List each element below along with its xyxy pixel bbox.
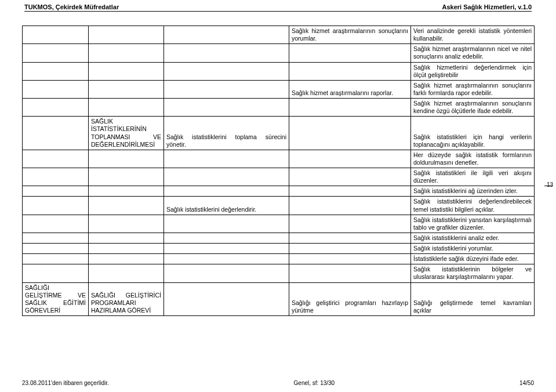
cell [23, 80, 89, 98]
cell [164, 44, 289, 62]
cell: Sağlığı geliştirici programları hazırlay… [289, 282, 411, 316]
cell [89, 186, 164, 197]
cell [23, 197, 89, 215]
cell [289, 117, 411, 150]
cell: Sağlık istatistikleri için hangi veriler… [411, 117, 535, 150]
cell [23, 150, 89, 168]
table-row: Sağlık hizmet araştırmalarını raporlar. … [23, 80, 535, 98]
table-row: Sağlık hizmet araştırmalarının sonuçları… [23, 26, 535, 44]
cell [164, 80, 289, 98]
cell: Veri analizinde gerekli istatistik yönte… [411, 26, 535, 44]
header-right: Askeri Sağlık Hizmetleri, v.1.0 [442, 3, 532, 10]
cell [23, 254, 89, 264]
cell [23, 26, 89, 44]
cell: Sağlık istatistikleri ile ilgili veri ak… [411, 168, 535, 186]
cell [23, 117, 89, 150]
cell: Sağlık istatistiklerini değerlendirebile… [411, 197, 535, 215]
table-row: Her düzeyde sağlık istatistik formlarını… [23, 150, 535, 168]
cell [89, 99, 164, 117]
cell [164, 150, 289, 168]
cell [164, 168, 289, 186]
cell [23, 233, 89, 243]
cell [164, 254, 289, 264]
cell [23, 244, 89, 254]
cell [23, 215, 89, 233]
table-row: İstatistiklerle sağlık düzeyini ifade ed… [23, 254, 535, 264]
table-row: SAĞLIĞI GELİŞTİRME VE SAĞLIK EĞİTİMİ GÖR… [23, 282, 535, 316]
table-row: Sağlık istatistiklerini yorumlar. [23, 244, 535, 254]
table-row: Sağlık hizmet araştırmalarının sonuçları… [23, 99, 535, 117]
header-rule [24, 11, 532, 12]
cell [289, 186, 411, 197]
cell [89, 264, 164, 282]
cell: Sağlığı geliştirmede temel kavramları aç… [411, 282, 535, 316]
cell [23, 62, 89, 80]
cell: İstatistiklerle sağlık düzeyini ifade ed… [411, 254, 535, 264]
cell [89, 168, 164, 186]
table-row: Sağlık istatistiklerini ağ üzerinden izl… [23, 186, 535, 197]
cell [164, 99, 289, 117]
cell [164, 26, 289, 44]
table-row: Sağlık hizmet araştırmalarının nicel ve … [23, 44, 535, 62]
cell: Sağlık istatistiklerini toplama sürecini… [164, 117, 289, 150]
cell: Sağlık istatistiklerini değerlendirir. [164, 197, 289, 215]
table-row: Sağlık hizmetlerini değerlendirmek için … [23, 62, 535, 80]
cell [289, 99, 411, 117]
table-row: Sağlık istatistiklerinin bölgeler ve ulu… [23, 264, 535, 282]
cell [289, 264, 411, 282]
cell [164, 282, 289, 316]
cell: Sağlık istatistiklerini yansıtan karşıla… [411, 215, 535, 233]
cell: Sağlık hizmet araştırmalarının sonuçları… [411, 80, 535, 98]
cell [289, 233, 411, 243]
cell [289, 215, 411, 233]
table-row: Sağlık istatistiklerini yansıtan karşıla… [23, 215, 535, 233]
cell: Her düzeyde sağlık istatistik formlarını… [411, 150, 535, 168]
table-row: SAĞLIK İSTATİSTİKLERİNİN TOPLANMASI VE D… [23, 117, 535, 150]
cell [89, 215, 164, 233]
cell: SAĞLIĞI GELİŞTİRME VE SAĞLIK EĞİTİMİ GÖR… [23, 282, 89, 316]
cell [289, 150, 411, 168]
cell [89, 80, 164, 98]
table-row: Sağlık istatistiklerini analiz eder. [23, 233, 535, 243]
footer-left: 23.08.2011'den itibaren geçerlidir. [22, 380, 109, 386]
cell [164, 233, 289, 243]
cell: Sağlık istatistiklerinin bölgeler ve ulu… [411, 264, 535, 282]
cell [289, 244, 411, 254]
cell [89, 44, 164, 62]
footer-center: Genel, sf: 13/30 [294, 380, 335, 386]
cell [164, 186, 289, 197]
cell: Sağlık istatistiklerini yorumlar. [411, 244, 535, 254]
cell [89, 244, 164, 254]
cell: Sağlık hizmet araştırmalarının sonuçları… [411, 99, 535, 117]
cell: SAĞLIĞI GELİŞTİRİCİ PROGRAMLARI HAZIRLAM… [89, 282, 164, 316]
cell [23, 168, 89, 186]
cell: SAĞLIK İSTATİSTİKLERİNİN TOPLANMASI VE D… [89, 117, 164, 150]
cell [23, 186, 89, 197]
footer: 23.08.2011'den itibaren geçerlidir. Gene… [22, 380, 534, 386]
cell [23, 264, 89, 282]
cell [289, 62, 411, 80]
cell: Sağlık hizmetlerini değerlendirmek için … [411, 62, 535, 80]
cell: Sağlık hizmet araştırmalarının sonuçları… [289, 26, 411, 44]
margin-page-fragment: 13 [544, 182, 556, 188]
footer-right: 14/50 [519, 380, 534, 386]
competency-table: Sağlık hizmet araştırmalarının sonuçları… [22, 26, 535, 316]
cell: Sağlık hizmet araştırmalarının nicel ve … [411, 44, 535, 62]
cell [164, 264, 289, 282]
cell [164, 244, 289, 254]
table-row: Sağlık istatistikleri ile ilgili veri ak… [23, 168, 535, 186]
cell [23, 99, 89, 117]
cell [89, 26, 164, 44]
cell [89, 254, 164, 264]
cell [289, 254, 411, 264]
cell: Sağlık hizmet araştırmalarını raporlar. [289, 80, 411, 98]
cell [23, 44, 89, 62]
cell [289, 197, 411, 215]
table-row: Sağlık istatistiklerini değerlendirir. S… [23, 197, 535, 215]
cell [89, 233, 164, 243]
cell [89, 197, 164, 215]
cell [89, 62, 164, 80]
cell [89, 150, 164, 168]
header-left: TUKMOS, Çekirdek Müfredatlar [24, 3, 119, 10]
cell: Sağlık istatistiklerini ağ üzerinden izl… [411, 186, 535, 197]
